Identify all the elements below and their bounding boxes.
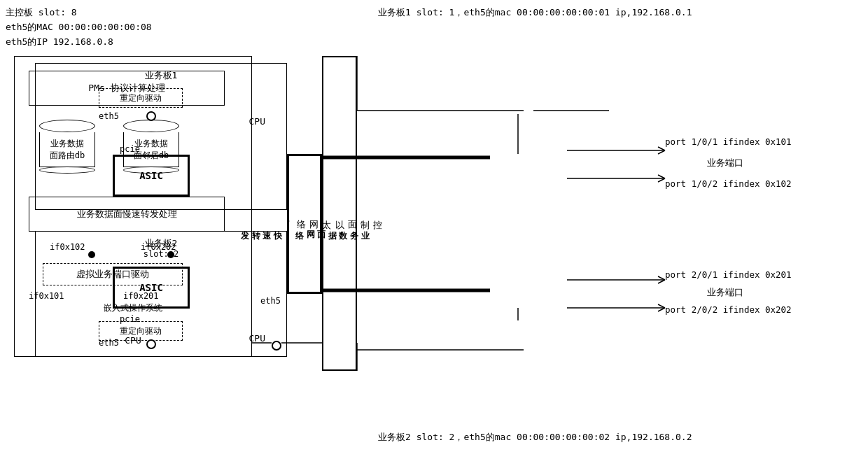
top-info-line3: eth5的IP 192.168.0.8: [6, 35, 152, 50]
biz-port1-label: 业务端口: [707, 157, 743, 169]
card2-cpu-label: CPU: [249, 333, 265, 344]
bottom-info: 业务板2 slot: 2，eth5的mac 00:00:00:00:00:02 …: [378, 431, 692, 444]
biz-card-2: 业务板2 slot: 2 ASIC pcie 重定向驱动 eth5 CPU: [35, 231, 287, 357]
svg-line-19: [658, 308, 665, 311]
top-info-line1: 主控板 slot: 8: [6, 6, 152, 20]
svg-line-17: [658, 280, 665, 283]
diagram-container: 主控板 slot: 8 eth5的MAC 00:00:00:00:00:08 e…: [0, 0, 868, 452]
svg-line-12: [658, 175, 665, 178]
card1-cpu-label: CPU: [249, 116, 265, 127]
circle-card1-eth5: [146, 111, 156, 121]
redirect-label-1: 重定向驱动: [120, 92, 162, 104]
biz-card-1-title: 业务板1: [36, 69, 286, 82]
biz-card-2-title: 业务板2: [36, 237, 286, 250]
top-right-info: 业务板1 slot: 1，eth5的mac 00:00:00:00:00:01 …: [378, 6, 692, 20]
svg-line-11: [658, 150, 665, 154]
asic-label-2: ASIC: [139, 282, 163, 293]
redirect-label-2: 重定向驱动: [120, 325, 162, 337]
port4-label: port 2/0/2 ifindex 0x202: [665, 304, 792, 315]
port3-label: port 2/0/1 ifindex 0x201: [665, 269, 792, 280]
svg-line-18: [658, 304, 665, 308]
control-bus: 控 制 面 以 太 网 络: [322, 56, 357, 371]
eth5-card2-label: eth5: [99, 338, 119, 348]
asic-label-1: ASIC: [139, 170, 163, 181]
biz-network: 业 务 数 据 面 网 络 ， 快 速 转 发: [287, 154, 322, 294]
svg-line-10: [658, 147, 665, 150]
top-info-line2: eth5的MAC 00:00:00:00:00:08: [6, 20, 152, 35]
port2-label: port 1/0/2 ifindex 0x102: [665, 178, 792, 189]
port1-label: port 1/0/1 ifindex 0x101: [665, 136, 792, 147]
top-info: 主控板 slot: 8 eth5的MAC 00:00:00:00:00:08 e…: [6, 6, 152, 49]
biz-card-1: 业务板1 重定向驱动 eth5 CPU pcie ASIC: [35, 63, 287, 210]
biz-card-2-slot: slot: 2: [36, 249, 286, 259]
asic-box-2: ASIC: [113, 267, 190, 309]
pcie-label-1: pcie: [120, 144, 140, 154]
biz-network-label: 业 务 数 据 面 网 络 ， 快 速 转 发: [239, 220, 370, 229]
asic-box-1: ASIC: [113, 155, 190, 197]
eth5-card1-label: eth5: [99, 111, 119, 121]
redirect-box-1: 重定向驱动: [99, 88, 183, 108]
svg-line-13: [658, 178, 665, 182]
biz-port2-label: 业务端口: [707, 287, 743, 299]
circle-card2-eth5: [146, 339, 156, 349]
svg-line-16: [658, 276, 665, 280]
